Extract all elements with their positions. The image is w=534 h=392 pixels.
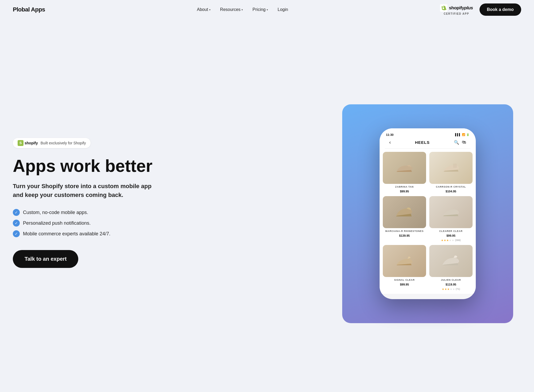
shoe-illustration-5	[394, 253, 415, 269]
shoe-illustration-3	[394, 204, 415, 220]
nav-links: About ▾ Resources ▾ Pricing ▾ Login	[197, 7, 288, 12]
features-list: ✓ Custom, no-code mobile apps. ✓ Persona…	[13, 209, 178, 237]
feature-text-3: Mobile commerce experts available 24/7.	[23, 231, 110, 237]
shopify-small-logo: S shopify	[18, 140, 38, 146]
product-name-6: JULIEN CLEAR	[441, 279, 461, 281]
product-image-1	[383, 152, 426, 184]
product-stars-4: ★ ★ ★ ★ ★ (399)	[441, 239, 461, 242]
hero-section: S shopify Built exclusively for Shopify …	[0, 19, 534, 392]
chevron-down-icon: ▾	[241, 8, 243, 11]
nav-right: shopifyplus CERTIFIED APP Book a demo	[440, 3, 521, 16]
product-price-2: $104.95	[446, 190, 456, 193]
check-icon-3: ✓	[13, 230, 20, 237]
product-card-2[interactable]: CARRSON-R CRYSTAL $104.95	[429, 152, 473, 193]
product-image-2	[429, 152, 473, 184]
feature-text-2: Personalized push notifications.	[23, 220, 91, 226]
svg-rect-1	[453, 164, 457, 168]
nav-item-about[interactable]: About ▾	[197, 7, 211, 12]
star-6-5: ★	[453, 288, 455, 291]
phone-background: 11:30 ▌▌▌ 📶 🔋 ‹ HEELS 🔍 🛍	[342, 104, 513, 323]
product-card-4[interactable]: CLEARER CLEAR $99.95 ★ ★ ★ ★ ★ (399)	[429, 196, 473, 242]
product-image-6	[429, 245, 473, 277]
shoe-illustration-2	[440, 160, 462, 176]
bag-icon[interactable]: 🛍	[462, 140, 466, 145]
signal-icon: ▌▌▌	[455, 133, 461, 136]
shopify-exclusive-badge: S shopify Built exclusively for Shopify	[13, 138, 91, 148]
product-card-3[interactable]: MARCIANA-R RHINESTONES $139.95	[383, 196, 426, 242]
star-6-4: ★	[450, 288, 452, 291]
product-card-6[interactable]: JULIEN CLEAR $119.95 ★ ★ ★ ★ ★ (71)	[429, 245, 473, 291]
wifi-icon: 📶	[462, 133, 465, 136]
shoe-illustration-6	[440, 253, 462, 269]
phone-page-title: HEELS	[415, 140, 430, 145]
hero-left: S shopify Built exclusively for Shopify …	[13, 138, 178, 284]
review-count-6: (71)	[456, 288, 460, 290]
talk-to-expert-button[interactable]: Talk to an expert	[13, 250, 78, 268]
product-grid: ZABRINA TAN $99.95 CARRSO	[383, 152, 473, 291]
nav-item-pricing[interactable]: Pricing ▾	[252, 7, 268, 12]
phone-header: ‹ HEELS 🔍 🛍	[385, 137, 470, 149]
phone-status-bar: 11:30 ▌▌▌ 📶 🔋	[385, 131, 470, 137]
phone-frame: 11:30 ▌▌▌ 📶 🔋 ‹ HEELS 🔍 🛍	[380, 128, 476, 299]
feature-text-1: Custom, no-code mobile apps.	[23, 210, 88, 215]
chevron-down-icon: ▾	[267, 8, 268, 11]
phone-notch-area: 11:30 ▌▌▌ 📶 🔋 ‹ HEELS 🔍 🛍	[380, 128, 476, 149]
star-6-3: ★	[447, 288, 450, 291]
review-count-4: (399)	[455, 239, 461, 241]
hero-subtitle: Turn your Shopify store into a custom mo…	[13, 182, 162, 199]
hero-title: Apps work better	[13, 157, 178, 175]
feature-item-2: ✓ Personalized push notifications.	[13, 220, 178, 227]
shopify-certified-badge: shopifyplus CERTIFIED APP	[440, 4, 473, 15]
product-card-5[interactable]: SIGNAL CLEAR $99.95	[383, 245, 426, 291]
star-2: ★	[444, 239, 446, 242]
product-stars-6: ★ ★ ★ ★ ★ (71)	[442, 288, 460, 291]
shopify-plus-badge: shopifyplus	[440, 4, 473, 12]
product-image-4	[429, 196, 473, 228]
back-arrow-icon[interactable]: ‹	[389, 140, 391, 145]
star-1: ★	[441, 239, 443, 242]
nav-link-about[interactable]: About ▾	[197, 7, 211, 12]
nav-link-login[interactable]: Login	[278, 7, 288, 12]
product-image-5	[383, 245, 426, 277]
product-card-1[interactable]: ZABRINA TAN $99.95	[383, 152, 426, 193]
nav-link-resources[interactable]: Resources ▾	[220, 7, 243, 12]
check-icon-2: ✓	[13, 220, 20, 227]
feature-item-3: ✓ Mobile commerce experts available 24/7…	[13, 230, 178, 237]
product-price-1: $99.95	[400, 190, 409, 193]
brand-logo[interactable]: Plobal Apps	[13, 6, 45, 13]
product-image-3	[383, 196, 426, 228]
phone-time: 11:30	[386, 133, 393, 136]
shoe-illustration-4	[440, 204, 462, 220]
product-name-5: SIGNAL CLEAR	[394, 279, 415, 281]
product-name-3: MARCIANA-R RHINESTONES	[385, 230, 423, 232]
product-name-2: CARRSON-R CRYSTAL	[436, 185, 466, 188]
chevron-down-icon: ▾	[209, 8, 211, 11]
shopify-plus-label: shopifyplus	[449, 5, 473, 11]
book-demo-button[interactable]: Book a demo	[480, 3, 521, 16]
shopify-icon	[440, 4, 447, 12]
search-icon[interactable]: 🔍	[454, 140, 459, 145]
feature-item-1: ✓ Custom, no-code mobile apps.	[13, 209, 178, 216]
star-6-1: ★	[442, 288, 444, 291]
nav-item-resources[interactable]: Resources ▾	[220, 7, 243, 12]
svg-rect-0	[440, 4, 447, 12]
battery-icon: 🔋	[466, 133, 469, 136]
phone-content: ZABRINA TAN $99.95 CARRSO	[380, 149, 476, 294]
nav-link-pricing[interactable]: Pricing ▾	[252, 7, 268, 12]
star-6-2: ★	[445, 288, 447, 291]
navbar: Plobal Apps About ▾ Resources ▾ Pricing …	[0, 0, 534, 19]
star-4: ★	[449, 239, 451, 242]
nav-item-login[interactable]: Login	[278, 7, 288, 12]
shoe-illustration-1	[394, 160, 415, 176]
check-icon-1: ✓	[13, 209, 20, 216]
product-price-6: $119.95	[446, 283, 456, 286]
product-name-1: ZABRINA TAN	[395, 185, 414, 188]
product-price-3: $139.95	[399, 234, 410, 237]
star-3: ★	[446, 239, 449, 242]
star-5: ★	[452, 239, 454, 242]
product-price-5: $99.95	[400, 283, 409, 286]
shopify-label: shopify	[25, 141, 38, 145]
shopify-s-icon: S	[18, 140, 24, 146]
badge-description: Built exclusively for Shopify	[41, 141, 86, 145]
hero-right: 11:30 ▌▌▌ 📶 🔋 ‹ HEELS 🔍 🛍	[334, 99, 521, 323]
